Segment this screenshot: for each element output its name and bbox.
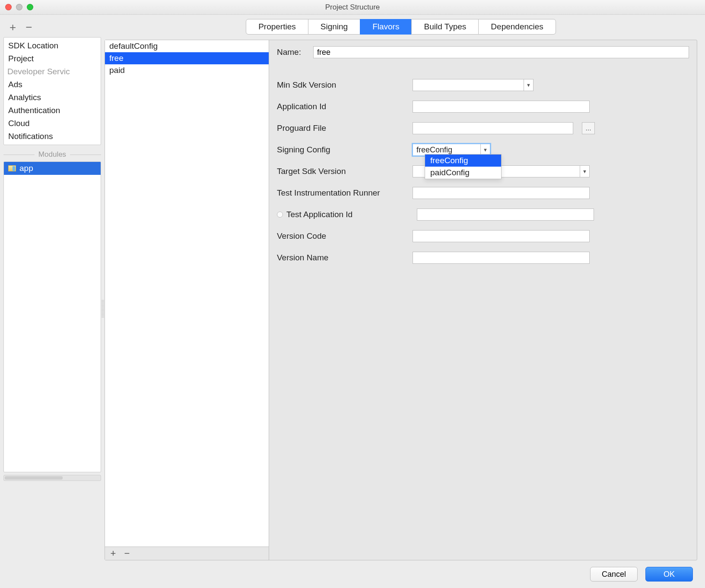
flavor-toolbar: + − xyxy=(105,547,269,560)
row-proguard: Proguard File … xyxy=(277,122,689,134)
label-proguard: Proguard File xyxy=(277,123,406,133)
cancel-button[interactable]: Cancel xyxy=(590,567,638,582)
label-signing-config: Signing Config xyxy=(277,145,406,155)
row-min-sdk: Min Sdk Version ▼ xyxy=(277,79,689,91)
flavor-item-paid[interactable]: paid xyxy=(105,64,269,76)
version-code-input[interactable] xyxy=(413,230,590,242)
left-panel: + − SDK Location Project Developer Servi… xyxy=(0,15,105,560)
modules-list: app xyxy=(3,161,101,472)
row-application-id: Application Id xyxy=(277,101,689,113)
test-app-id-input[interactable] xyxy=(417,209,594,221)
row-version-name: Version Name xyxy=(277,252,689,264)
module-item-label: app xyxy=(19,164,33,173)
module-icon xyxy=(8,165,16,171)
row-name: Name: xyxy=(277,46,689,58)
sidebar-item-cloud[interactable]: Cloud xyxy=(4,117,101,130)
label-target-sdk: Target Sdk Version xyxy=(277,167,406,176)
tab-flavors[interactable]: Flavors xyxy=(360,19,412,35)
row-test-app-id: Test Application Id xyxy=(277,209,689,221)
module-item-app[interactable]: app xyxy=(4,162,101,175)
row-version-code: Version Code xyxy=(277,230,689,242)
sidebar-item-notifications[interactable]: Notifications xyxy=(4,130,101,143)
zoom-icon[interactable] xyxy=(27,4,33,10)
sidebar-item-analytics[interactable]: Analytics xyxy=(4,91,101,104)
tab-signing[interactable]: Signing xyxy=(308,19,360,35)
titlebar: Project Structure xyxy=(0,0,705,15)
add-icon[interactable]: + xyxy=(10,22,16,33)
label-version-code: Version Code xyxy=(277,231,406,241)
main-panel: Properties Signing Flavors Build Types D… xyxy=(105,15,705,560)
chevron-down-icon: ▼ xyxy=(580,166,589,177)
sidebar-item-ads[interactable]: Ads xyxy=(4,78,101,91)
label-test-runner: Test Instrumentation Runner xyxy=(277,188,406,198)
signing-config-value: freeConfig xyxy=(413,145,480,155)
flavor-remove-button[interactable]: − xyxy=(121,548,133,559)
window-title: Project Structure xyxy=(0,3,705,12)
sidebar-list: SDK Location Project Developer Servic Ad… xyxy=(3,37,101,145)
flavor-list: defaultConfig free paid xyxy=(105,40,269,547)
remove-icon[interactable]: − xyxy=(25,22,32,33)
tab-build-types[interactable]: Build Types xyxy=(411,19,479,35)
minimize-icon[interactable] xyxy=(16,4,22,10)
flavor-item-defaultconfig[interactable]: defaultConfig xyxy=(105,40,269,52)
min-sdk-combo[interactable]: ▼ xyxy=(413,79,534,91)
signing-config-dropdown: freeConfig paidConfig xyxy=(425,154,502,179)
row-test-runner: Test Instrumentation Runner xyxy=(277,187,689,199)
panel-grip[interactable] xyxy=(102,300,104,317)
proguard-input[interactable] xyxy=(413,122,573,134)
ok-button[interactable]: OK xyxy=(645,567,693,582)
application-id-input[interactable] xyxy=(413,101,590,113)
flavor-list-panel: defaultConfig free paid + − xyxy=(105,40,269,560)
version-name-input[interactable] xyxy=(413,252,590,264)
main-body: defaultConfig free paid + − Name: Min Sd… xyxy=(105,40,697,560)
tab-properties[interactable]: Properties xyxy=(246,19,308,35)
label-name: Name: xyxy=(277,47,307,57)
close-icon[interactable] xyxy=(5,4,12,10)
radio-icon[interactable] xyxy=(277,212,283,218)
sidebar-toolbar: + − xyxy=(0,20,105,37)
sidebar-item-project[interactable]: Project xyxy=(4,52,101,65)
flavor-item-free[interactable]: free xyxy=(105,52,269,64)
tab-dependencies[interactable]: Dependencies xyxy=(478,19,556,35)
label-application-id: Application Id xyxy=(277,102,406,111)
label-version-name: Version Name xyxy=(277,253,406,262)
horizontal-scrollbar[interactable] xyxy=(3,475,101,481)
browse-button[interactable]: … xyxy=(582,122,595,134)
label-min-sdk: Min Sdk Version xyxy=(277,80,406,90)
flavor-add-button[interactable]: + xyxy=(107,548,120,559)
sidebar-item-sdk-location[interactable]: SDK Location xyxy=(4,39,101,52)
name-input[interactable] xyxy=(313,46,689,58)
footer: Cancel OK xyxy=(0,560,705,588)
chevron-down-icon: ▼ xyxy=(524,79,533,91)
tabbar: Properties Signing Flavors Build Types D… xyxy=(105,19,697,35)
test-runner-input[interactable] xyxy=(413,187,590,199)
traffic-lights xyxy=(5,4,33,10)
label-test-app-id: Test Application Id xyxy=(286,210,411,219)
sidebar-group-header: Developer Servic xyxy=(4,65,101,78)
sidebar-item-authentication[interactable]: Authentication xyxy=(4,104,101,117)
form-area: Name: Min Sdk Version ▼ Application Id xyxy=(269,40,697,560)
modules-divider: Modules xyxy=(3,150,101,159)
dropdown-option-paidconfig[interactable]: paidConfig xyxy=(425,167,501,179)
dropdown-option-freeconfig[interactable]: freeConfig xyxy=(425,155,501,167)
